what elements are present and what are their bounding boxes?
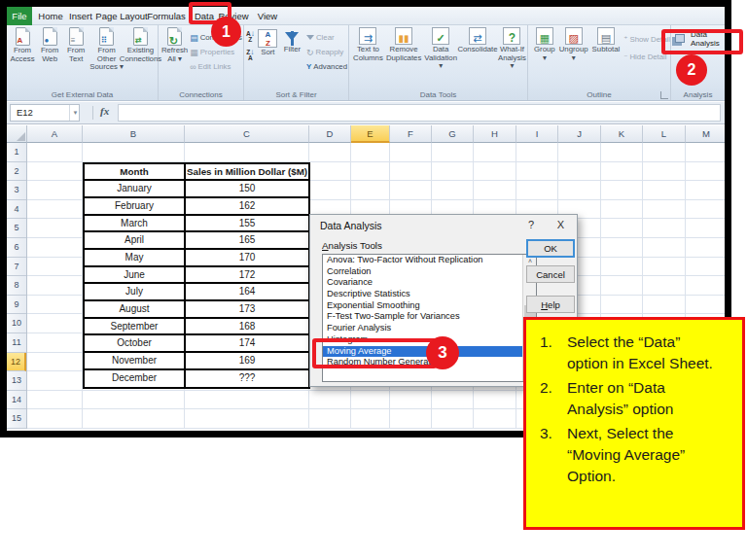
column-header-B[interactable]: B	[83, 125, 185, 143]
row-header-1[interactable]: 1	[7, 143, 26, 162]
row-header-7[interactable]: 7	[7, 258, 26, 277]
month-cell[interactable]: June	[85, 267, 186, 285]
analysis-tool-item[interactable]: F-Test Two-Sample for Variances	[323, 311, 536, 323]
month-cell[interactable]: October	[85, 335, 186, 353]
month-cell[interactable]: March	[85, 216, 186, 233]
analysis-tool-item[interactable]: Correlation	[323, 266, 536, 278]
ok-button[interactable]: OK	[526, 239, 575, 258]
text-to-columns-button[interactable]: ⇉ Text to Columns	[353, 27, 383, 62]
tab-file[interactable]: File	[7, 7, 32, 25]
row-header-12[interactable]: 12	[7, 353, 26, 372]
data-validation-button[interactable]: ✓ Data Validation ▾	[424, 27, 457, 71]
sales-cell[interactable]: Sales in Million Dollar ($M)	[186, 164, 308, 182]
month-cell[interactable]: April	[85, 232, 186, 250]
name-box-dropdown-icon[interactable]: ▼	[69, 105, 81, 121]
column-header-G[interactable]: G	[432, 125, 474, 143]
sales-cell[interactable]: 164	[186, 284, 308, 301]
month-cell[interactable]: September	[85, 319, 186, 336]
tab-view[interactable]: View	[255, 7, 280, 25]
column-header-I[interactable]: I	[516, 125, 558, 143]
filter-button[interactable]: Filter	[281, 27, 303, 54]
column-header-J[interactable]: J	[558, 125, 601, 143]
sales-cell[interactable]: 174	[186, 335, 308, 353]
column-header-A[interactable]: A	[27, 125, 83, 143]
what-if-analysis-button[interactable]: ? What-If Analysis ▾	[498, 27, 526, 71]
clear-filter-button[interactable]: Clear	[306, 30, 347, 45]
row-header-9[interactable]: 9	[7, 296, 26, 315]
row-header-15[interactable]: 15	[7, 409, 26, 429]
tab-insert[interactable]: Insert	[66, 7, 95, 25]
month-cell[interactable]: July	[85, 284, 186, 301]
from-text-button[interactable]: ≡ From Text	[63, 27, 89, 63]
existing-connections-button[interactable]: ⇄ Existing Connections	[124, 27, 157, 63]
sales-cell[interactable]: 150	[186, 181, 308, 198]
month-cell[interactable]: December	[85, 370, 186, 388]
from-access-button[interactable]: A From Access	[9, 27, 36, 63]
analysis-tool-item[interactable]: Descriptive Statistics	[323, 289, 536, 300]
outline-dialog-launcher-icon[interactable]	[660, 91, 668, 99]
sales-cell[interactable]: 170	[186, 250, 308, 267]
sales-cell[interactable]: 172	[186, 267, 308, 285]
sales-cell[interactable]: 155	[186, 216, 308, 233]
sort-button[interactable]: AZ Sort	[258, 27, 278, 57]
month-cell[interactable]: August	[85, 301, 186, 319]
sales-cell[interactable]: 162	[186, 198, 308, 216]
edit-links-button[interactable]: ∞ Edit Links	[190, 59, 242, 74]
tab-home[interactable]: Home	[35, 7, 65, 25]
name-box[interactable]: E12 ▼	[10, 104, 80, 122]
cancel-button[interactable]: Cancel	[526, 265, 575, 283]
row-header-2[interactable]: 2	[7, 162, 26, 182]
analysis-tool-item[interactable]: Anova: Two-Factor Without Replication	[323, 255, 536, 266]
sales-cell[interactable]: ???	[186, 370, 308, 388]
row-header-13[interactable]: 13	[7, 371, 26, 391]
dialog-help-icon[interactable]: ?	[528, 219, 534, 230]
analysis-tool-item[interactable]: Fourier Analysis	[323, 323, 536, 334]
close-icon[interactable]: X	[557, 219, 564, 230]
tab-formulas[interactable]: Formulas	[144, 7, 189, 25]
column-header-D[interactable]: D	[309, 125, 351, 143]
month-cell[interactable]: November	[85, 353, 186, 370]
refresh-all-button[interactable]: ↻ Refresh All ▾	[160, 27, 189, 63]
from-other-sources-button[interactable]: ⠿ From Other Sources ▾	[89, 27, 124, 72]
row-header-4[interactable]: 4	[7, 200, 26, 220]
column-header-E[interactable]: E	[351, 125, 390, 143]
properties-button[interactable]: ▦ Properties	[190, 45, 242, 59]
sales-cell[interactable]: 168	[186, 319, 308, 336]
column-header-F[interactable]: F	[390, 125, 432, 143]
reapply-filter-button[interactable]: ↻ Reapply	[306, 45, 347, 59]
column-header-H[interactable]: H	[474, 125, 516, 143]
column-header-M[interactable]: M	[686, 125, 728, 143]
row-header-11[interactable]: 11	[7, 333, 26, 353]
month-cell[interactable]: January	[85, 181, 186, 198]
row-header-3[interactable]: 3	[7, 181, 26, 200]
month-cell[interactable]: May	[85, 250, 186, 267]
row-header-8[interactable]: 8	[7, 276, 26, 296]
analysis-tool-item[interactable]: Covariance	[323, 277, 536, 289]
sort-descending-button[interactable]: Z↓A	[246, 50, 255, 61]
ungroup-button[interactable]: ▨ Ungroup▾	[559, 27, 588, 62]
from-web-button[interactable]: ● From Web	[37, 27, 62, 63]
month-cell[interactable]: Month	[85, 164, 186, 182]
remove-duplicates-button[interactable]: ▮▮ Remove Duplicates	[386, 27, 421, 62]
help-button[interactable]: Help	[526, 296, 575, 313]
group-button[interactable]: ▦ Group▾	[534, 27, 555, 62]
row-header-14[interactable]: 14	[7, 391, 26, 410]
sort-ascending-button[interactable]: A↓Z	[246, 31, 255, 43]
sales-cell[interactable]: 165	[186, 232, 308, 250]
column-header-C[interactable]: C	[185, 125, 309, 143]
sales-cell[interactable]: 173	[186, 301, 308, 319]
subtotal-button[interactable]: ▤ Subtotal	[592, 27, 621, 54]
column-header-N[interactable]: N	[728, 125, 731, 143]
row-header-5[interactable]: 5	[7, 219, 26, 238]
consolidate-button[interactable]: ⇄ Consolidate	[460, 27, 495, 54]
advanced-filter-button[interactable]: Y Advanced	[306, 59, 347, 74]
formula-input[interactable]	[118, 104, 721, 122]
tab-page-layout[interactable]: Page Layout	[92, 7, 150, 25]
column-header-L[interactable]: L	[643, 125, 686, 143]
sales-cell[interactable]: 169	[186, 353, 308, 370]
column-header-K[interactable]: K	[601, 125, 643, 143]
row-header-10[interactable]: 10	[7, 314, 26, 333]
row-header-6[interactable]: 6	[7, 238, 26, 258]
analysis-tool-item[interactable]: Exponential Smoothing	[323, 300, 536, 312]
month-cell[interactable]: February	[85, 198, 186, 216]
